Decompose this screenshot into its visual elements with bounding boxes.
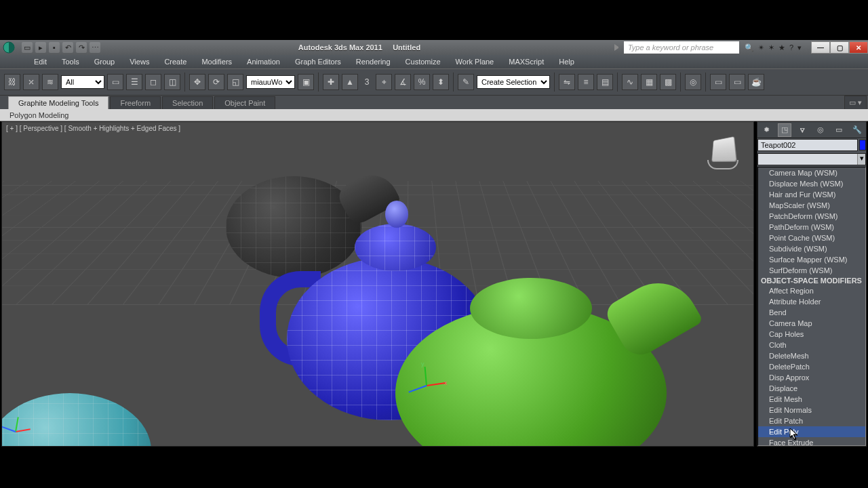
- viewcube[interactable]: [705, 134, 741, 171]
- modifier-item[interactable]: Camera Map: [758, 318, 865, 329]
- modifier-item[interactable]: MapScaler (WSM): [758, 200, 865, 211]
- viewport-label[interactable]: [ + ] [ Perspective ] [ Smooth + Highlig…: [6, 125, 180, 132]
- rendered-frame-icon[interactable]: ▭: [710, 74, 726, 90]
- percent-snap-icon[interactable]: %: [414, 74, 430, 90]
- modifier-item[interactable]: Surface Mapper (WSM): [758, 254, 865, 265]
- modifier-item[interactable]: DeletePatch: [758, 361, 865, 372]
- pivot-icon[interactable]: ▣: [298, 74, 314, 90]
- modifier-item[interactable]: SurfDeform (WSM): [758, 265, 865, 276]
- communication-icon[interactable]: ✶: [768, 43, 774, 52]
- minimize-button[interactable]: —: [811, 41, 830, 54]
- redo-icon[interactable]: ↷: [76, 42, 87, 53]
- modifier-item[interactable]: Hair and Fur (WSM): [758, 189, 865, 200]
- align-icon[interactable]: ≡: [578, 74, 594, 90]
- modifier-item[interactable]: Attribute Holder: [758, 296, 865, 307]
- modify-tab-icon[interactable]: ◳: [778, 123, 791, 137]
- menu-work-plane[interactable]: Work Plane: [449, 56, 501, 67]
- menu-maxscript[interactable]: MAXScript: [502, 56, 551, 67]
- modifier-item[interactable]: DeleteMesh: [758, 350, 865, 361]
- search-input[interactable]: Type a keyword or phrase: [624, 41, 739, 54]
- new-file-icon[interactable]: ▭: [22, 42, 33, 53]
- chevron-down-icon[interactable]: ▾: [857, 154, 865, 165]
- create-tab-icon[interactable]: ✹: [760, 123, 773, 137]
- unlink-icon[interactable]: ⤫: [23, 74, 39, 90]
- subscription-icon[interactable]: ✴: [758, 43, 764, 52]
- menu-animation[interactable]: Animation: [240, 56, 287, 67]
- ribbon-min-icon[interactable]: ▭ ▾: [844, 96, 867, 109]
- help-icon[interactable]: ?: [789, 43, 793, 52]
- material-editor-icon[interactable]: ▩: [660, 74, 676, 90]
- menu-tools[interactable]: Tools: [55, 56, 86, 67]
- undo-icon[interactable]: ↶: [62, 42, 73, 53]
- render-production-icon[interactable]: ▭: [729, 74, 745, 90]
- spinner-snap-icon[interactable]: ⬍: [433, 74, 449, 90]
- display-tab-icon[interactable]: ▭: [832, 123, 846, 137]
- teapot-green-selected-object[interactable]: [355, 278, 694, 447]
- object-name-input[interactable]: [757, 139, 858, 151]
- menu-group[interactable]: Group: [87, 56, 122, 67]
- menu-modifiers[interactable]: Modifiers: [195, 56, 239, 67]
- keyboard-shortcut-icon[interactable]: ▲: [342, 74, 358, 90]
- modifier-item[interactable]: Point Cache (WSM): [758, 232, 865, 243]
- favorites-icon[interactable]: ★: [778, 43, 785, 52]
- angle-snap-icon[interactable]: ∡: [395, 74, 411, 90]
- modifier-item[interactable]: Displace Mesh (WSM): [758, 178, 865, 189]
- modifier-item[interactable]: Edit Patch: [758, 415, 865, 426]
- close-button[interactable]: ✕: [849, 41, 868, 54]
- menu-customize[interactable]: Customize: [399, 56, 448, 67]
- ref-coord-dropdown[interactable]: miauuWor: [246, 75, 295, 89]
- menu-rendering[interactable]: Rendering: [349, 56, 397, 67]
- modifier-item[interactable]: PathDeform (WSM): [758, 222, 865, 232]
- modifier-item[interactable]: Affect Region: [758, 285, 865, 296]
- curve-editor-icon[interactable]: ∿: [622, 74, 638, 90]
- modifier-item[interactable]: Bend: [758, 307, 865, 318]
- render-setup-icon[interactable]: ◎: [685, 74, 701, 90]
- edit-selection-set-icon[interactable]: ✎: [458, 74, 474, 90]
- mirror-icon[interactable]: ⇋: [559, 74, 575, 90]
- motion-tab-icon[interactable]: ◎: [814, 123, 827, 137]
- search-play-icon[interactable]: [614, 44, 621, 51]
- modifier-item[interactable]: Cap Holes: [758, 329, 865, 340]
- modifier-item[interactable]: Disp Approx: [758, 372, 865, 383]
- ribbon-tab-selection[interactable]: Selection: [162, 96, 213, 109]
- app-menu-icon[interactable]: [0, 40, 18, 55]
- window-crossing-icon[interactable]: ◫: [164, 74, 180, 90]
- maximize-button[interactable]: ▢: [830, 41, 849, 54]
- modifier-list[interactable]: Camera Map (WSM)Displace Mesh (WSM)Hair …: [757, 167, 866, 446]
- modifier-item[interactable]: Face Extrude: [758, 437, 865, 446]
- rotate-icon[interactable]: ⟳: [208, 74, 224, 90]
- modifier-item[interactable]: Edit Poly: [758, 426, 865, 437]
- snap-toggle-icon[interactable]: ⌖: [376, 74, 392, 90]
- render-iterative-icon[interactable]: ☕: [748, 74, 764, 90]
- qat-more-icon[interactable]: ⋯: [90, 42, 100, 53]
- object-color-swatch[interactable]: [859, 140, 866, 150]
- select-object-icon[interactable]: ▭: [107, 74, 123, 90]
- ribbon-panel-label[interactable]: Polygon Modeling: [0, 109, 868, 121]
- menu-graph-editors[interactable]: Graph Editors: [288, 56, 348, 67]
- menu-help[interactable]: Help: [552, 56, 581, 67]
- modifier-item[interactable]: Cloth: [758, 340, 865, 350]
- viewport[interactable]: [ + ] [ Perspective ] [ Smooth + Highlig…: [1, 121, 754, 447]
- modifier-list-dropdown[interactable]: ▾: [757, 153, 866, 165]
- menu-create[interactable]: Create: [157, 56, 193, 67]
- modifier-item[interactable]: PatchDeform (WSM): [758, 211, 865, 222]
- modifier-item[interactable]: Displace: [758, 383, 865, 394]
- named-selection-dropdown[interactable]: Create Selection Se: [477, 75, 550, 89]
- ribbon-tab-freeform[interactable]: Freeform: [110, 96, 161, 109]
- modifier-item[interactable]: Subdivide (WSM): [758, 243, 865, 254]
- infocenter-search-icon[interactable]: 🔍: [745, 43, 754, 52]
- ribbon-tab-graphite-modeling-tools[interactable]: Graphite Modeling Tools: [8, 96, 108, 109]
- move-icon[interactable]: ✥: [189, 74, 205, 90]
- modifier-item[interactable]: Camera Map (WSM): [758, 167, 865, 178]
- hierarchy-tab-icon[interactable]: ⛛: [796, 123, 810, 137]
- select-by-name-icon[interactable]: ☰: [126, 74, 142, 90]
- menu-edit[interactable]: Edit: [27, 56, 54, 67]
- utilities-tab-icon[interactable]: 🔧: [850, 123, 864, 137]
- layers-icon[interactable]: ▤: [597, 74, 613, 90]
- menu-views[interactable]: Views: [123, 56, 156, 67]
- bind-space-warp-icon[interactable]: ≋: [42, 74, 58, 90]
- scale-icon[interactable]: ◱: [227, 74, 243, 90]
- modifier-item[interactable]: Edit Normals: [758, 405, 865, 415]
- open-file-icon[interactable]: ▸: [35, 42, 46, 53]
- ribbon-tab-object-paint[interactable]: Object Paint: [214, 96, 275, 109]
